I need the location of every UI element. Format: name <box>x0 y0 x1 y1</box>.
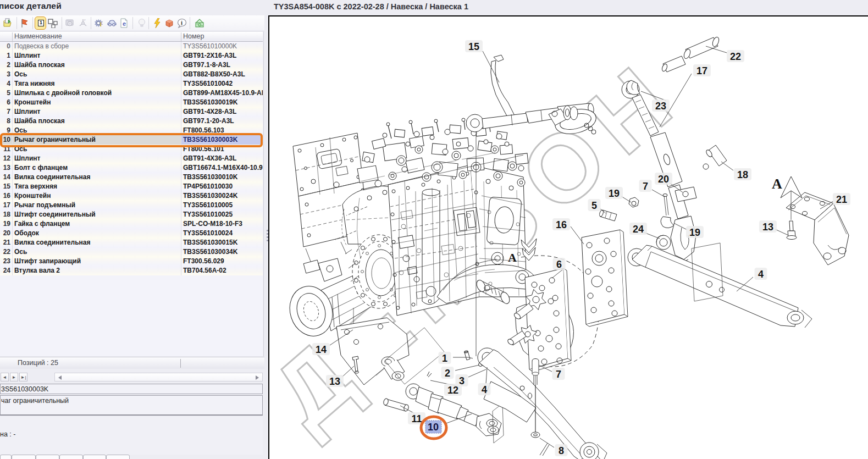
svg-text:7: 7 <box>643 181 648 192</box>
svg-text:8: 8 <box>559 445 564 456</box>
svg-text:14: 14 <box>316 344 327 355</box>
svg-text:4: 4 <box>758 269 764 280</box>
svg-text:11: 11 <box>411 413 422 424</box>
svg-text:13: 13 <box>329 376 340 387</box>
svg-text:10: 10 <box>428 422 439 433</box>
svg-text:19: 19 <box>689 227 700 238</box>
svg-text:20: 20 <box>658 174 669 185</box>
svg-text:22: 22 <box>730 51 741 62</box>
svg-text:15: 15 <box>468 41 479 52</box>
svg-text:19: 19 <box>609 188 620 199</box>
svg-text:z: z <box>84 18 86 21</box>
svg-text:i: i <box>181 19 183 26</box>
svg-text:A: A <box>772 176 782 192</box>
svg-text:4: 4 <box>482 384 487 395</box>
svg-text:e: e <box>123 20 126 27</box>
svg-text:7: 7 <box>556 369 561 380</box>
svg-text:24: 24 <box>633 224 644 235</box>
svg-text:17: 17 <box>696 65 707 76</box>
svg-text:13: 13 <box>762 222 773 233</box>
svg-text:18: 18 <box>737 169 748 180</box>
svg-text:16: 16 <box>556 219 567 230</box>
svg-text:i: i <box>100 21 102 27</box>
svg-text:2: 2 <box>445 368 450 379</box>
svg-text:21: 21 <box>836 194 847 205</box>
svg-text:5: 5 <box>591 200 597 211</box>
svg-text:6: 6 <box>556 259 562 270</box>
svg-text:A: A <box>508 251 517 264</box>
svg-text:1: 1 <box>442 353 447 364</box>
svg-text:12: 12 <box>447 385 458 396</box>
svg-text:23: 23 <box>655 101 666 112</box>
